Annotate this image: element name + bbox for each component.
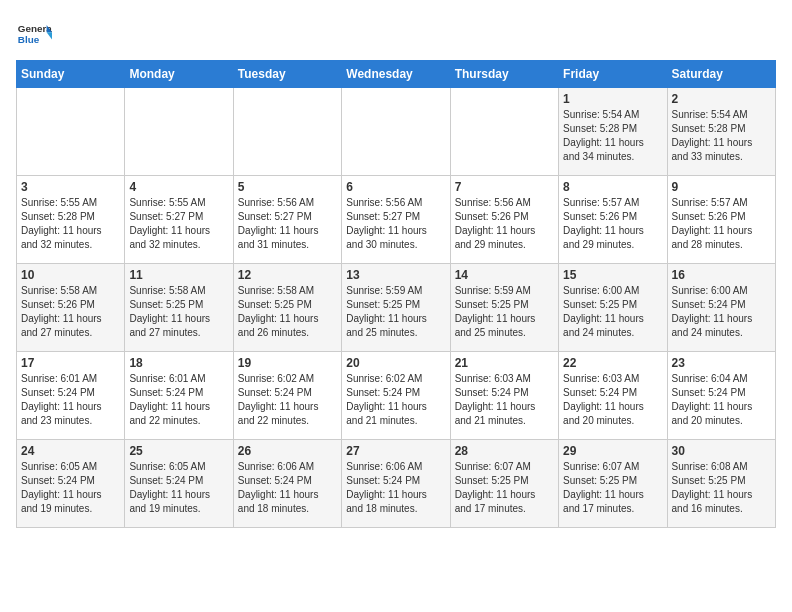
calendar-cell: 5Sunrise: 5:56 AM Sunset: 5:27 PM Daylig… <box>233 176 341 264</box>
day-number: 1 <box>563 92 662 106</box>
day-info: Sunrise: 6:06 AM Sunset: 5:24 PM Dayligh… <box>346 460 445 516</box>
day-number: 7 <box>455 180 554 194</box>
day-info: Sunrise: 6:02 AM Sunset: 5:24 PM Dayligh… <box>346 372 445 428</box>
day-info: Sunrise: 5:55 AM Sunset: 5:28 PM Dayligh… <box>21 196 120 252</box>
calendar-cell: 19Sunrise: 6:02 AM Sunset: 5:24 PM Dayli… <box>233 352 341 440</box>
weekday-header-sunday: Sunday <box>17 61 125 88</box>
weekday-header-wednesday: Wednesday <box>342 61 450 88</box>
day-number: 26 <box>238 444 337 458</box>
day-info: Sunrise: 6:02 AM Sunset: 5:24 PM Dayligh… <box>238 372 337 428</box>
day-number: 3 <box>21 180 120 194</box>
calendar-cell: 26Sunrise: 6:06 AM Sunset: 5:24 PM Dayli… <box>233 440 341 528</box>
day-number: 9 <box>672 180 771 194</box>
day-number: 23 <box>672 356 771 370</box>
day-number: 27 <box>346 444 445 458</box>
weekday-header-thursday: Thursday <box>450 61 558 88</box>
weekday-header-tuesday: Tuesday <box>233 61 341 88</box>
calendar-cell: 30Sunrise: 6:08 AM Sunset: 5:25 PM Dayli… <box>667 440 775 528</box>
day-number: 19 <box>238 356 337 370</box>
day-info: Sunrise: 6:01 AM Sunset: 5:24 PM Dayligh… <box>129 372 228 428</box>
day-info: Sunrise: 6:04 AM Sunset: 5:24 PM Dayligh… <box>672 372 771 428</box>
day-info: Sunrise: 6:00 AM Sunset: 5:24 PM Dayligh… <box>672 284 771 340</box>
weekday-header-saturday: Saturday <box>667 61 775 88</box>
day-number: 15 <box>563 268 662 282</box>
calendar-cell: 3Sunrise: 5:55 AM Sunset: 5:28 PM Daylig… <box>17 176 125 264</box>
calendar-cell: 25Sunrise: 6:05 AM Sunset: 5:24 PM Dayli… <box>125 440 233 528</box>
day-number: 2 <box>672 92 771 106</box>
calendar-cell: 27Sunrise: 6:06 AM Sunset: 5:24 PM Dayli… <box>342 440 450 528</box>
logo-icon: General Blue <box>16 16 52 52</box>
day-number: 10 <box>21 268 120 282</box>
day-info: Sunrise: 5:56 AM Sunset: 5:27 PM Dayligh… <box>238 196 337 252</box>
week-row-5: 24Sunrise: 6:05 AM Sunset: 5:24 PM Dayli… <box>17 440 776 528</box>
week-row-4: 17Sunrise: 6:01 AM Sunset: 5:24 PM Dayli… <box>17 352 776 440</box>
calendar-cell: 9Sunrise: 5:57 AM Sunset: 5:26 PM Daylig… <box>667 176 775 264</box>
calendar-cell: 15Sunrise: 6:00 AM Sunset: 5:25 PM Dayli… <box>559 264 667 352</box>
day-info: Sunrise: 6:08 AM Sunset: 5:25 PM Dayligh… <box>672 460 771 516</box>
calendar-cell: 7Sunrise: 5:56 AM Sunset: 5:26 PM Daylig… <box>450 176 558 264</box>
day-info: Sunrise: 5:58 AM Sunset: 5:25 PM Dayligh… <box>238 284 337 340</box>
calendar-cell: 1Sunrise: 5:54 AM Sunset: 5:28 PM Daylig… <box>559 88 667 176</box>
day-number: 6 <box>346 180 445 194</box>
day-info: Sunrise: 6:00 AM Sunset: 5:25 PM Dayligh… <box>563 284 662 340</box>
page-header: General Blue <box>16 16 776 52</box>
day-info: Sunrise: 6:03 AM Sunset: 5:24 PM Dayligh… <box>455 372 554 428</box>
day-info: Sunrise: 5:59 AM Sunset: 5:25 PM Dayligh… <box>346 284 445 340</box>
calendar-table: SundayMondayTuesdayWednesdayThursdayFrid… <box>16 60 776 528</box>
calendar-cell: 20Sunrise: 6:02 AM Sunset: 5:24 PM Dayli… <box>342 352 450 440</box>
day-number: 30 <box>672 444 771 458</box>
calendar-cell: 14Sunrise: 5:59 AM Sunset: 5:25 PM Dayli… <box>450 264 558 352</box>
day-number: 20 <box>346 356 445 370</box>
svg-text:Blue: Blue <box>18 34 40 45</box>
day-info: Sunrise: 5:59 AM Sunset: 5:25 PM Dayligh… <box>455 284 554 340</box>
day-number: 22 <box>563 356 662 370</box>
day-number: 21 <box>455 356 554 370</box>
day-number: 4 <box>129 180 228 194</box>
week-row-2: 3Sunrise: 5:55 AM Sunset: 5:28 PM Daylig… <box>17 176 776 264</box>
calendar-cell: 6Sunrise: 5:56 AM Sunset: 5:27 PM Daylig… <box>342 176 450 264</box>
calendar-cell: 29Sunrise: 6:07 AM Sunset: 5:25 PM Dayli… <box>559 440 667 528</box>
weekday-header-row: SundayMondayTuesdayWednesdayThursdayFrid… <box>17 61 776 88</box>
day-info: Sunrise: 5:57 AM Sunset: 5:26 PM Dayligh… <box>672 196 771 252</box>
calendar-cell: 2Sunrise: 5:54 AM Sunset: 5:28 PM Daylig… <box>667 88 775 176</box>
day-info: Sunrise: 6:07 AM Sunset: 5:25 PM Dayligh… <box>455 460 554 516</box>
day-number: 24 <box>21 444 120 458</box>
day-number: 14 <box>455 268 554 282</box>
day-info: Sunrise: 6:01 AM Sunset: 5:24 PM Dayligh… <box>21 372 120 428</box>
calendar-cell <box>233 88 341 176</box>
day-number: 5 <box>238 180 337 194</box>
day-info: Sunrise: 5:56 AM Sunset: 5:27 PM Dayligh… <box>346 196 445 252</box>
calendar-cell <box>17 88 125 176</box>
calendar-cell: 11Sunrise: 5:58 AM Sunset: 5:25 PM Dayli… <box>125 264 233 352</box>
calendar-cell: 28Sunrise: 6:07 AM Sunset: 5:25 PM Dayli… <box>450 440 558 528</box>
day-info: Sunrise: 6:03 AM Sunset: 5:24 PM Dayligh… <box>563 372 662 428</box>
calendar-cell: 17Sunrise: 6:01 AM Sunset: 5:24 PM Dayli… <box>17 352 125 440</box>
calendar-cell: 22Sunrise: 6:03 AM Sunset: 5:24 PM Dayli… <box>559 352 667 440</box>
calendar-cell: 16Sunrise: 6:00 AM Sunset: 5:24 PM Dayli… <box>667 264 775 352</box>
day-info: Sunrise: 5:58 AM Sunset: 5:26 PM Dayligh… <box>21 284 120 340</box>
day-info: Sunrise: 5:56 AM Sunset: 5:26 PM Dayligh… <box>455 196 554 252</box>
day-info: Sunrise: 5:54 AM Sunset: 5:28 PM Dayligh… <box>672 108 771 164</box>
day-info: Sunrise: 6:05 AM Sunset: 5:24 PM Dayligh… <box>129 460 228 516</box>
calendar-cell: 12Sunrise: 5:58 AM Sunset: 5:25 PM Dayli… <box>233 264 341 352</box>
calendar-cell: 18Sunrise: 6:01 AM Sunset: 5:24 PM Dayli… <box>125 352 233 440</box>
weekday-header-friday: Friday <box>559 61 667 88</box>
day-info: Sunrise: 5:58 AM Sunset: 5:25 PM Dayligh… <box>129 284 228 340</box>
day-info: Sunrise: 6:06 AM Sunset: 5:24 PM Dayligh… <box>238 460 337 516</box>
calendar-cell: 24Sunrise: 6:05 AM Sunset: 5:24 PM Dayli… <box>17 440 125 528</box>
day-number: 11 <box>129 268 228 282</box>
calendar-cell <box>125 88 233 176</box>
calendar-cell <box>342 88 450 176</box>
day-info: Sunrise: 5:57 AM Sunset: 5:26 PM Dayligh… <box>563 196 662 252</box>
day-number: 16 <box>672 268 771 282</box>
day-info: Sunrise: 6:07 AM Sunset: 5:25 PM Dayligh… <box>563 460 662 516</box>
day-number: 25 <box>129 444 228 458</box>
day-number: 29 <box>563 444 662 458</box>
day-info: Sunrise: 6:05 AM Sunset: 5:24 PM Dayligh… <box>21 460 120 516</box>
week-row-1: 1Sunrise: 5:54 AM Sunset: 5:28 PM Daylig… <box>17 88 776 176</box>
calendar-cell: 10Sunrise: 5:58 AM Sunset: 5:26 PM Dayli… <box>17 264 125 352</box>
day-number: 28 <box>455 444 554 458</box>
day-number: 18 <box>129 356 228 370</box>
day-number: 8 <box>563 180 662 194</box>
calendar-cell: 23Sunrise: 6:04 AM Sunset: 5:24 PM Dayli… <box>667 352 775 440</box>
